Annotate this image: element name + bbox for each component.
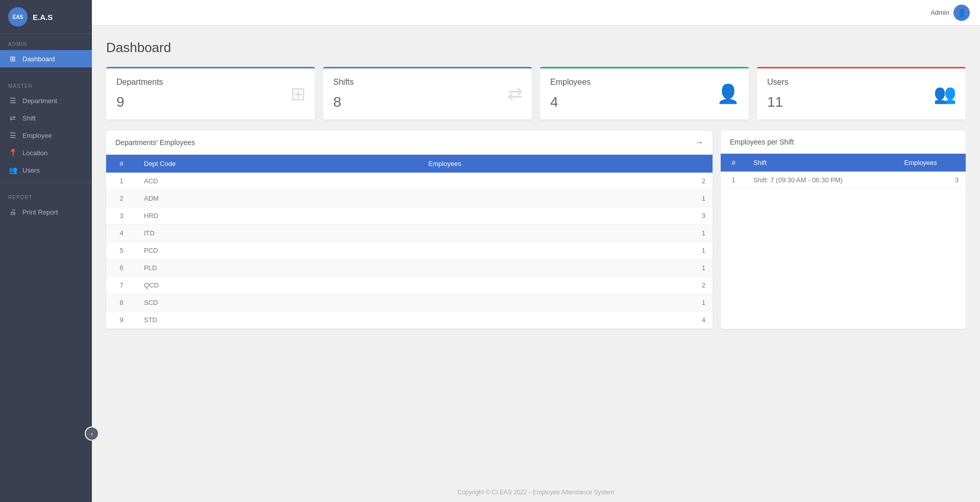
dept-row-num: 3: [106, 207, 137, 225]
dept-row-employees: 1: [421, 225, 713, 242]
dept-row-employees: 1: [421, 259, 713, 277]
content-area: Dashboard Departments 9 ⊞ Shifts 8 ⇄ Emp…: [92, 26, 980, 483]
dept-row-code: PCD: [137, 242, 421, 259]
employees-card-icon: 👤: [717, 83, 740, 105]
sidebar-logo-text: E.A.S: [33, 13, 53, 21]
dept-row-num: 2: [106, 190, 137, 207]
department-icon: ☰: [8, 97, 17, 105]
sidebar-item-print-report[interactable]: 🖨 Print Report: [0, 203, 92, 221]
table-row: 1 ACD 2: [106, 173, 713, 190]
dept-row-num: 8: [106, 294, 137, 312]
table-row: 4 ITD 1: [106, 225, 713, 242]
card-employees-title: Employees: [550, 78, 739, 87]
dept-card-title: Departments' Employees: [115, 138, 195, 147]
dept-row-employees: 3: [421, 207, 713, 225]
card-users: Users 11 👥: [757, 67, 966, 119]
topbar-user: Admin 👤: [930, 5, 970, 21]
tables-row: Departments' Employees → # Dept Code Emp…: [106, 131, 966, 329]
table-row: 2 ADM 1: [106, 190, 713, 207]
dept-row-num: 4: [106, 225, 137, 242]
table-row: 7 QCD 2: [106, 277, 713, 294]
sidebar-item-shift-label: Shift: [22, 114, 36, 122]
dept-row-employees: 4: [421, 312, 713, 329]
shifts-card-icon: ⇄: [507, 83, 523, 105]
dept-table-header-row: # Dept Code Employees: [106, 155, 713, 173]
dept-row-employees: 2: [421, 173, 713, 190]
admin-section-label: ADMIN: [0, 34, 92, 50]
employee-icon: ☰: [8, 131, 17, 139]
sidebar-item-dashboard-label: Dashboard: [22, 55, 55, 63]
sidebar-item-shift[interactable]: ⇄ Shift: [0, 109, 92, 127]
dashboard-icon: ⊞: [8, 55, 17, 63]
table-row: 6 PLD 1: [106, 259, 713, 277]
shift-row-employees: 3: [897, 172, 966, 189]
card-users-title: Users: [767, 78, 955, 87]
master-section-label: MASTER: [0, 76, 92, 92]
dept-card-header: Departments' Employees →: [106, 131, 713, 155]
sidebar-logo: EAS E.A.S: [0, 0, 92, 34]
sidebar-item-employee[interactable]: ☰ Employee: [0, 127, 92, 144]
dept-row-code: SCD: [137, 294, 421, 312]
card-employees-value: 4: [550, 94, 739, 110]
dept-row-num: 7: [106, 277, 137, 294]
card-departments: Departments 9 ⊞: [106, 67, 315, 119]
card-users-value: 11: [767, 94, 955, 110]
sidebar-item-location-label: Location: [22, 149, 47, 157]
shift-row-num: 1: [721, 172, 746, 189]
dept-row-code: STD: [137, 312, 421, 329]
dept-row-employees: 1: [421, 294, 713, 312]
shift-col-num: #: [721, 154, 746, 172]
card-shifts-value: 8: [333, 94, 522, 110]
dept-col-num: #: [106, 155, 137, 173]
users-icon: 👥: [8, 166, 17, 174]
dept-row-num: 5: [106, 242, 137, 259]
shift-card-title: Employees per Shift: [730, 138, 794, 146]
table-row: 8 SCD 1: [106, 294, 713, 312]
sidebar-collapse-button[interactable]: ‹: [85, 426, 99, 441]
sidebar-item-print-label: Print Report: [22, 208, 58, 216]
footer-text: Copyright © CI EAS 2022 - Employee Atten…: [458, 489, 615, 496]
shift-table-header-row: # Shift Employees: [721, 154, 966, 172]
card-departments-title: Departments: [116, 78, 305, 87]
dept-table-body: 1 ACD 2 2 ADM 1 3 HRD 3 4 ITD 1 5 PCD 1 …: [106, 173, 713, 329]
departments-card-icon: ⊞: [290, 83, 306, 105]
sidebar-item-users[interactable]: 👥 Users: [0, 161, 92, 179]
topbar-username: Admin: [930, 9, 949, 16]
report-section-label: REPORT: [0, 187, 92, 203]
sidebar-item-department[interactable]: ☰ Department: [0, 92, 92, 109]
card-employees: Employees 4 👤: [540, 67, 749, 119]
sidebar-item-dashboard[interactable]: ⊞ Dashboard: [0, 50, 92, 67]
print-icon: 🖨: [8, 208, 17, 216]
dept-row-code: ADM: [137, 190, 421, 207]
topbar: Admin 👤: [92, 0, 980, 26]
dept-row-num: 1: [106, 173, 137, 190]
shift-employees-table: # Shift Employees 1 Shift: 7 (09:30 AM -…: [721, 154, 966, 189]
shift-card-header: Employees per Shift: [721, 131, 966, 154]
card-shifts-title: Shifts: [333, 78, 522, 87]
sidebar-item-location[interactable]: 📍 Location: [0, 144, 92, 161]
table-row: 1 Shift: 7 (09:30 AM - 06:30 PM) 3: [721, 172, 966, 189]
shift-col-shift: Shift: [746, 154, 897, 172]
summary-cards: Departments 9 ⊞ Shifts 8 ⇄ Employees 4 👤…: [106, 67, 966, 119]
dept-row-num: 9: [106, 312, 137, 329]
dept-row-code: ITD: [137, 225, 421, 242]
dept-col-code: Dept Code: [137, 155, 421, 173]
sidebar: EAS E.A.S ADMIN ⊞ Dashboard MASTER ☰ Dep…: [0, 0, 92, 502]
topbar-avatar[interactable]: 👤: [953, 5, 970, 21]
dept-row-employees: 2: [421, 277, 713, 294]
logo-icon: EAS: [8, 7, 28, 27]
dept-card-arrow[interactable]: →: [695, 138, 703, 147]
dept-row-num: 6: [106, 259, 137, 277]
sidebar-item-users-label: Users: [22, 166, 40, 174]
table-row: 3 HRD 3: [106, 207, 713, 225]
avatar-icon: 👤: [958, 9, 966, 17]
dept-employees-card: Departments' Employees → # Dept Code Emp…: [106, 131, 713, 329]
page-title: Dashboard: [106, 40, 966, 56]
table-row: 5 PCD 1: [106, 242, 713, 259]
dept-row-code: HRD: [137, 207, 421, 225]
users-card-icon: 👥: [934, 83, 957, 105]
sidebar-item-department-label: Department: [22, 97, 57, 105]
dept-row-code: PLD: [137, 259, 421, 277]
shift-row-shift: Shift: 7 (09:30 AM - 06:30 PM): [746, 172, 897, 189]
shift-col-employees: Employees: [897, 154, 966, 172]
